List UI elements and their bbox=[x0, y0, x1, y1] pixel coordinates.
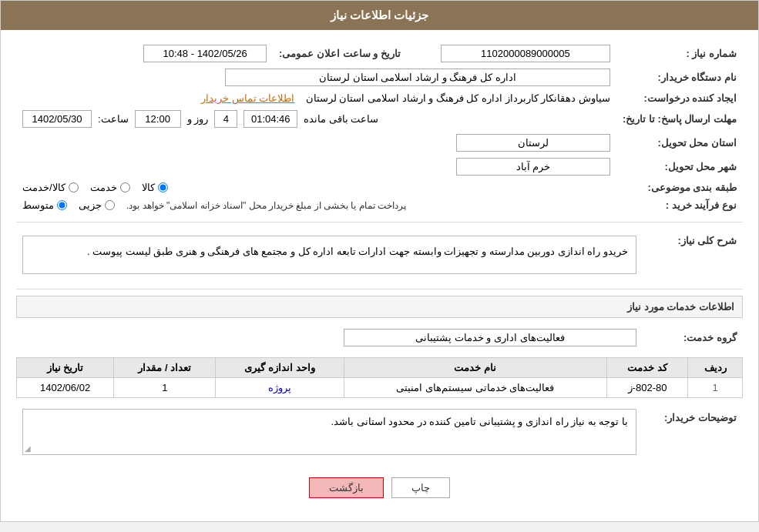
divider-2 bbox=[16, 289, 743, 289]
category-kala-label: کالا bbox=[142, 182, 155, 193]
category-group: کالا/خدمت خدمت کالا bbox=[22, 182, 610, 193]
announce-datetime-label: تاریخ و ساعت اعلان عمومی: bbox=[273, 42, 416, 65]
creator-label: ایجاد کننده درخواست: bbox=[616, 89, 743, 107]
main-info-table: شماره نیاز : 1102000089000005 تاریخ و سا… bbox=[16, 42, 743, 214]
buyer-note-label: توضیحات خریدار: bbox=[643, 406, 743, 458]
process-group: متوسط جزیی bbox=[22, 199, 115, 211]
category-label: طبقه بندی موضوعی: bbox=[616, 179, 743, 196]
deadline-date: 1402/05/30 bbox=[22, 110, 92, 128]
col-date: تاریخ نیاز bbox=[17, 358, 114, 378]
service-group-value: فعالیت‌های اداری و خدمات پشتیبانی bbox=[344, 329, 636, 346]
deadline-remaining-label: ساعت باقی مانده bbox=[304, 113, 378, 125]
category-kala-radio[interactable] bbox=[158, 182, 168, 192]
category-kala-khedmat-option[interactable]: کالا/خدمت bbox=[22, 182, 79, 193]
header-title: جزئیات اطلاعات نیاز bbox=[331, 8, 428, 22]
description-table: شرح کلی نیاز: خریدو راه اندازی دوربین مد… bbox=[16, 229, 743, 281]
col-service-name: نام خدمت bbox=[344, 358, 606, 378]
col-quantity: تعداد / مقدار bbox=[114, 358, 216, 378]
category-kala-khedmat-radio[interactable] bbox=[69, 182, 79, 192]
buyer-org-value: اداره کل فرهنگ و ارشاد اسلامی استان لرست… bbox=[225, 69, 610, 86]
print-button[interactable]: چاپ bbox=[391, 477, 450, 498]
cell-date: 1402/06/02 bbox=[17, 378, 114, 398]
process-motavasset-label: متوسط bbox=[22, 199, 54, 211]
services-data-table: ردیف کد خدمت نام خدمت واحد اندازه گیری ت… bbox=[16, 357, 743, 398]
deadline-remaining: 01:04:46 bbox=[243, 110, 297, 128]
process-label: نوع فرآیند خرید : bbox=[616, 196, 743, 214]
footer-buttons: چاپ بازگشت bbox=[16, 466, 743, 510]
need-number-label: شماره نیاز : bbox=[616, 42, 743, 65]
province-label: استان محل تحویل: bbox=[616, 131, 743, 155]
deadline-days-label: روز و bbox=[187, 113, 209, 125]
process-jozei-option[interactable]: جزیی bbox=[79, 199, 115, 211]
back-button[interactable]: بازگشت bbox=[309, 477, 384, 498]
process-jozei-radio[interactable] bbox=[105, 200, 115, 210]
col-row: ردیف bbox=[688, 358, 743, 378]
need-description-value: خریدو راه اندازی دوربین مدارسته و تجهیزا… bbox=[22, 236, 636, 274]
need-description-label: شرح کلی نیاز: bbox=[643, 229, 743, 281]
category-khedmat-option[interactable]: خدمت bbox=[90, 182, 130, 193]
cell-row: 1 bbox=[688, 378, 743, 398]
cell-service-name: فعالیت‌های خدماتی سیستم‌های امنیتی bbox=[344, 378, 606, 398]
category-kala-option[interactable]: کالا bbox=[142, 182, 168, 193]
deadline-time: 12:00 bbox=[135, 110, 181, 128]
province-value: لرستان bbox=[456, 134, 610, 152]
creator-contact-link[interactable]: اطلاعات تماس خریدار bbox=[201, 92, 294, 104]
services-section-title: اطلاعات خدمات مورد نیاز bbox=[16, 296, 743, 318]
col-service-code: کد خدمت bbox=[606, 358, 688, 378]
col-unit: واحد اندازه گیری bbox=[216, 358, 344, 378]
deadline-days: 4 bbox=[214, 110, 237, 128]
announce-datetime-value: 1402/05/26 - 10:48 bbox=[143, 45, 267, 62]
cell-service-code: 802-80-ز bbox=[606, 378, 688, 398]
buyer-note-table: توضیحات خریدار: با توجه به نیاز راه اندا… bbox=[16, 406, 743, 458]
creator-value: سیاوش دهقانکار کاربرداز اداره کل فرهنگ و… bbox=[306, 92, 610, 104]
need-number-value: 1102000089000005 bbox=[441, 45, 610, 62]
divider-1 bbox=[16, 222, 743, 223]
category-khedmat-radio[interactable] bbox=[120, 182, 130, 192]
cell-unit: پروژه bbox=[216, 378, 344, 398]
service-group-label: گروه خدمت: bbox=[643, 326, 743, 350]
process-motavasset-radio[interactable] bbox=[57, 200, 67, 210]
cell-quantity: 1 bbox=[114, 378, 216, 398]
deadline-time-label: ساعت: bbox=[98, 113, 129, 125]
process-motavasset-option[interactable]: متوسط bbox=[22, 199, 67, 211]
category-kala-khedmat-label: کالا/خدمت bbox=[22, 182, 65, 193]
city-label: شهر محل تحویل: bbox=[616, 155, 743, 179]
table-row: 1 802-80-ز فعالیت‌های خدماتی سیستم‌های ا… bbox=[17, 378, 743, 398]
category-khedmat-label: خدمت bbox=[90, 182, 117, 193]
buyer-org-label: نام دستگاه خریدار: bbox=[616, 65, 743, 89]
process-jozei-label: جزیی bbox=[79, 199, 102, 211]
page-header: جزئیات اطلاعات نیاز bbox=[1, 1, 758, 30]
resize-handle: ◢ bbox=[25, 444, 31, 453]
service-group-table: گروه خدمت: فعالیت‌های اداری و خدمات پشتی… bbox=[16, 326, 743, 350]
process-notice: پرداخت تمام یا بخشی از مبلغ خریدار محل "… bbox=[126, 200, 406, 211]
buyer-note-text: با توجه به نیاز راه اندازی و پشتیبانی تا… bbox=[331, 416, 628, 427]
city-value: خرم آباد bbox=[456, 158, 610, 176]
buyer-note-value: با توجه به نیاز راه اندازی و پشتیبانی تا… bbox=[22, 409, 636, 455]
deadline-label: مهلت ارسال پاسخ: تا تاریخ: bbox=[616, 107, 743, 131]
